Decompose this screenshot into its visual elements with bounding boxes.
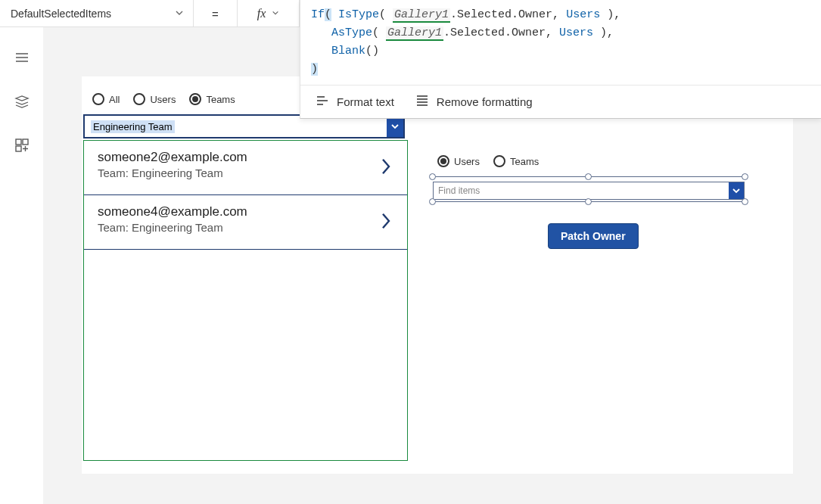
chevron-right-icon[interactable] bbox=[380, 157, 392, 179]
gallery-item[interactable]: someone4@example.com Team: Engineering T… bbox=[84, 195, 407, 250]
left-rail bbox=[0, 27, 44, 504]
gallery-item[interactable]: someone2@example.com Team: Engineering T… bbox=[84, 141, 407, 195]
resize-handle[interactable] bbox=[429, 198, 436, 205]
hamburger-icon[interactable] bbox=[14, 50, 30, 65]
chevron-down-icon bbox=[175, 8, 184, 20]
remove-formatting-icon bbox=[415, 94, 429, 110]
radio-option-users[interactable]: Users bbox=[437, 155, 480, 167]
remove-formatting-button[interactable]: Remove formatting bbox=[415, 94, 533, 110]
fx-button[interactable]: fx bbox=[238, 0, 300, 27]
gallery-item-subtitle: Team: Engineering Team bbox=[98, 166, 393, 179]
gallery: someone2@example.com Team: Engineering T… bbox=[83, 140, 408, 461]
left-radio-group: All Users Teams bbox=[92, 93, 235, 105]
svg-rect-0 bbox=[16, 139, 21, 145]
format-text-button[interactable]: Format text bbox=[316, 94, 394, 110]
chevron-down-icon bbox=[387, 116, 403, 137]
combobox-placeholder: Find items bbox=[438, 185, 480, 196]
resize-handle[interactable] bbox=[742, 173, 748, 180]
radio-icon bbox=[189, 93, 201, 105]
radio-option-teams[interactable]: Teams bbox=[189, 93, 235, 105]
property-selector[interactable]: DefaultSelectedItems bbox=[0, 0, 194, 27]
selected-control-frame: Find items bbox=[427, 177, 751, 200]
tree-view-icon[interactable] bbox=[14, 94, 30, 109]
radio-icon bbox=[493, 155, 505, 167]
property-name: DefaultSelectedItems bbox=[11, 8, 111, 20]
svg-rect-2 bbox=[16, 146, 21, 151]
patch-owner-button[interactable]: Patch Owner bbox=[548, 223, 639, 249]
fx-label: fx bbox=[257, 7, 266, 20]
insert-icon[interactable] bbox=[14, 138, 30, 153]
formula-toolbar: Format text Remove formatting bbox=[300, 85, 821, 118]
radio-icon bbox=[437, 155, 449, 167]
gallery-item-title: someone4@example.com bbox=[98, 204, 393, 219]
equals-label: = bbox=[194, 0, 238, 27]
radio-icon bbox=[133, 93, 145, 105]
app-screen: All Users Teams Engineering Team someone… bbox=[82, 76, 793, 474]
resize-handle[interactable] bbox=[585, 198, 592, 205]
resize-handle[interactable] bbox=[585, 173, 592, 180]
formula-editor[interactable]: If( IsType( Gallery1.Selected.Owner, Use… bbox=[300, 0, 821, 85]
radio-option-all[interactable]: All bbox=[92, 93, 120, 105]
chevron-down-icon bbox=[729, 182, 744, 199]
radio-icon bbox=[92, 93, 104, 105]
svg-rect-1 bbox=[23, 139, 28, 145]
resize-handle[interactable] bbox=[742, 198, 748, 205]
formula-bar-expanded: If( IsType( Gallery1.Selected.Owner, Use… bbox=[300, 0, 821, 119]
gallery-item-subtitle: Team: Engineering Team bbox=[98, 221, 393, 234]
chevron-right-icon[interactable] bbox=[380, 212, 392, 233]
radio-option-users[interactable]: Users bbox=[133, 93, 176, 105]
chevron-down-icon bbox=[272, 9, 279, 18]
radio-option-teams[interactable]: Teams bbox=[493, 155, 539, 167]
right-radio-group: Users Teams bbox=[437, 155, 539, 167]
combobox-selected-item: Engineering Team bbox=[91, 120, 175, 133]
gallery-item-title: someone2@example.com bbox=[98, 150, 393, 165]
format-text-icon bbox=[316, 94, 329, 110]
resize-handle[interactable] bbox=[429, 173, 436, 180]
owner-combobox[interactable]: Find items bbox=[433, 182, 745, 200]
